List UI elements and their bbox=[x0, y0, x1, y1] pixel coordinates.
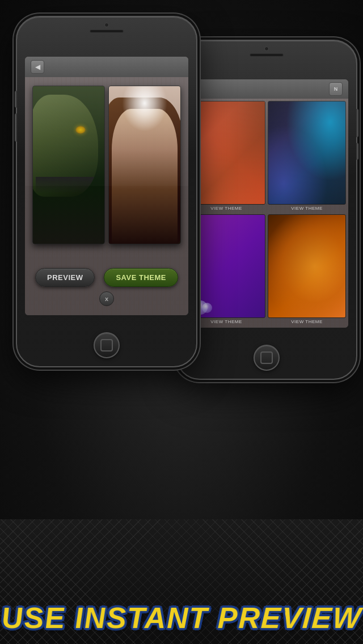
screen-right: N VIEW THEME VIEW THEME VIEW THEME bbox=[185, 79, 348, 328]
theme-thumb-3[interactable] bbox=[187, 214, 265, 318]
speaker-right bbox=[250, 53, 284, 57]
home-button-icon-right bbox=[260, 351, 273, 364]
side-button-left-1 bbox=[15, 91, 17, 108]
right-nav-button[interactable]: N bbox=[329, 82, 343, 96]
theme-label-2: VIEW THEME bbox=[268, 205, 346, 212]
theme-label-1: VIEW THEME bbox=[187, 205, 265, 212]
side-button-right-2 bbox=[356, 143, 358, 160]
phone-right: N VIEW THEME VIEW THEME VIEW THEME bbox=[176, 40, 357, 380]
screen-left: ◀ PREVIEW bbox=[25, 57, 188, 315]
preview-button[interactable]: PREVIEW bbox=[35, 268, 95, 287]
dragon-card bbox=[32, 86, 105, 244]
speaker-left bbox=[90, 29, 124, 33]
dragon-teeth bbox=[36, 177, 95, 194]
themes-grid: VIEW THEME VIEW THEME VIEW THEME VIEW TH… bbox=[185, 99, 348, 328]
bottom-text-area: USE INSTANT PREVIEW bbox=[0, 603, 363, 633]
camera-left bbox=[104, 23, 109, 27]
home-button-icon-left bbox=[100, 339, 113, 351]
side-button-right-1 bbox=[356, 109, 358, 137]
cards-area bbox=[29, 77, 184, 253]
instant-preview-label: USE INSTANT PREVIEW bbox=[0, 603, 363, 633]
buttons-area: PREVIEW SAVE THEME bbox=[25, 268, 188, 287]
theme-label-4: VIEW THEME bbox=[268, 318, 346, 325]
theme-cell-4: VIEW THEME bbox=[268, 214, 346, 325]
theme-thumb-4[interactable] bbox=[268, 214, 346, 318]
theme-thumb-2[interactable] bbox=[268, 101, 346, 205]
screen-inner-left: ◀ PREVIEW bbox=[25, 57, 188, 315]
theme-cell-1: VIEW THEME bbox=[187, 101, 265, 212]
side-button-left-2 bbox=[15, 113, 17, 142]
phone-top-bar-left bbox=[17, 17, 196, 57]
theme-cell-3: VIEW THEME bbox=[187, 214, 265, 325]
back-button[interactable]: ◀ bbox=[31, 60, 44, 74]
camera-right bbox=[264, 46, 269, 51]
theme-cell-2: VIEW THEME bbox=[268, 101, 346, 212]
home-button-left[interactable] bbox=[94, 332, 120, 358]
phone-top-bar-right bbox=[177, 41, 356, 80]
theme-label-3: VIEW THEME bbox=[187, 318, 265, 325]
right-top-bar: N bbox=[185, 79, 348, 99]
dragon-head bbox=[32, 95, 98, 197]
phone-left: ◀ PREVIEW bbox=[16, 16, 197, 367]
save-theme-button[interactable]: SAVE THEME bbox=[104, 268, 178, 287]
home-button-right[interactable] bbox=[254, 345, 280, 371]
back-bar: ◀ bbox=[25, 57, 188, 77]
theme-thumb-1[interactable] bbox=[187, 101, 265, 205]
woman-card bbox=[108, 86, 181, 244]
dragon-eye bbox=[75, 126, 86, 134]
close-button[interactable]: x bbox=[99, 291, 114, 306]
screen-inner-right: N VIEW THEME VIEW THEME VIEW THEME bbox=[185, 79, 348, 328]
